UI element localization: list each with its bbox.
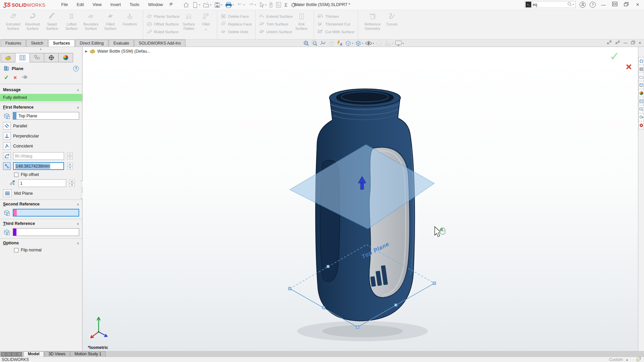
pin-menu-icon[interactable]: [169, 2, 173, 8]
units-selector[interactable]: Custom ▲: [609, 357, 629, 362]
tab-scroll-prev-button[interactable]: ‹: [6, 352, 11, 357]
menu-window[interactable]: Window: [144, 0, 167, 10]
ruled-surface-button[interactable]: Ruled Surface: [147, 28, 179, 35]
undo-button[interactable]: ▾: [236, 1, 246, 9]
delete-face-button[interactable]: Delete Face: [221, 13, 252, 20]
view-orientation-button[interactable]: ▾: [345, 40, 353, 47]
ok-button[interactable]: ✓: [4, 74, 9, 81]
options-section-header[interactable]: Options ∧: [0, 238, 82, 246]
fillet-flyout-caret-icon[interactable]: ▾: [205, 28, 207, 31]
zoom-to-area-button[interactable]: [311, 40, 318, 47]
save-button[interactable]: ▾: [213, 1, 223, 9]
perpendicular-row[interactable]: Perpendicular: [0, 131, 82, 141]
apply-scene-button[interactable]: ▾: [384, 40, 393, 47]
reference-geometry-button[interactable]: Reference Geometry: [362, 13, 383, 31]
tab-scroll-first-button[interactable]: «: [1, 352, 6, 357]
minimize-button[interactable]: —: [600, 2, 607, 7]
hide-show-items-button[interactable]: ▾: [365, 40, 374, 47]
panel-drag-handle[interactable]: ●: [0, 47, 82, 52]
collapse-chevron-icon[interactable]: ∧: [77, 222, 79, 226]
tab-direct-editing[interactable]: Direct Editing: [75, 40, 108, 47]
collapse-chevron-icon[interactable]: ∧: [77, 106, 79, 109]
tab-motion-study-1[interactable]: Motion Study 1: [70, 351, 106, 357]
fillet-button[interactable]: Fillet▾: [199, 13, 213, 31]
taskpane-cam-icon[interactable]: [638, 121, 644, 129]
display-style-button[interactable]: ▾: [355, 40, 363, 47]
second-reference-section-header[interactable]: Second Reference ∧: [0, 199, 82, 207]
tab-3d-views[interactable]: 3D Views: [44, 351, 70, 357]
confirmation-cancel-icon[interactable]: ×: [626, 61, 632, 72]
third-reference-selection-box[interactable]: [13, 228, 79, 236]
tree-expand-icon[interactable]: ▶: [85, 50, 88, 53]
taskpane-design-library-icon[interactable]: [638, 65, 644, 73]
extend-surface-button[interactable]: Extend Surface: [259, 13, 293, 20]
taskpane-data-sources-icon[interactable]: [638, 113, 644, 121]
search-icon[interactable]: [567, 2, 572, 7]
flip-normal-checkbox[interactable]: [14, 248, 18, 252]
tab-evaluate[interactable]: Evaluate: [109, 40, 134, 47]
model-close-icon[interactable]: ×: [639, 40, 641, 46]
tab-dimxpertmanager[interactable]: [44, 53, 59, 62]
third-reference-section-header[interactable]: Third Reference ∧: [0, 219, 82, 227]
tab-surfaces[interactable]: Surfaces: [48, 40, 75, 47]
angle-spinner[interactable]: ▲▼: [67, 153, 73, 160]
cancel-button[interactable]: ×: [13, 74, 17, 81]
menu-insert[interactable]: Insert: [106, 0, 125, 10]
untrim-surface-button[interactable]: Untrim Surface: [259, 28, 293, 35]
collapse-chevron-icon[interactable]: ∧: [77, 241, 79, 245]
taskpane-view-palette-icon[interactable]: [638, 81, 644, 89]
menu-edit[interactable]: Edit: [72, 0, 89, 10]
freeform-button[interactable]: Freeform: [120, 13, 139, 26]
filled-surface-button[interactable]: Filled Surface: [101, 13, 120, 31]
knit-surface-button[interactable]: Knit Surface: [293, 13, 310, 31]
tab-features[interactable]: Features: [1, 40, 26, 47]
taskpane-custom-properties-icon[interactable]: [638, 97, 644, 105]
cut-with-surface-button[interactable]: Cut With Surface: [317, 28, 355, 35]
tab-scroll-last-button[interactable]: »: [17, 352, 22, 357]
thickened-cut-button[interactable]: Thickened Cut: [317, 21, 355, 27]
edit-appearance-button[interactable]: [376, 40, 382, 47]
new-document-button[interactable]: ▾: [191, 1, 201, 9]
keep-visible-pin-icon[interactable]: [21, 75, 28, 80]
section-view-button[interactable]: [328, 40, 335, 47]
plane-count-field[interactable]: 1: [18, 179, 66, 187]
tab-solidworks-add-ins[interactable]: SOLIDWORKS Add-Ins: [134, 40, 185, 47]
first-reference-section-header[interactable]: First Reference ∧: [0, 103, 82, 111]
options-button[interactable]: ▾: [289, 1, 300, 9]
previous-view-button[interactable]: [320, 40, 326, 47]
zoom-to-fit-button[interactable]: [303, 40, 310, 47]
touch-mode-button[interactable]: [268, 1, 274, 9]
search-box[interactable]: >_ eq ▾: [525, 1, 576, 8]
feature-tree-root[interactable]: ▶ Water Bottle (SSM) (Defau...: [85, 49, 151, 54]
extruded-surface-button[interactable]: Extruded Surface: [4, 13, 22, 31]
taskpane-home-icon[interactable]: [638, 57, 644, 65]
equations-button[interactable]: Σ: [283, 1, 288, 8]
mid-plane-row[interactable]: Mid Plane: [0, 188, 82, 198]
pm-help-icon[interactable]: ?: [73, 66, 79, 71]
tab-featuremanager-tree[interactable]: [1, 53, 15, 62]
plane-count-spinner[interactable]: ▲▼: [69, 180, 75, 187]
collapse-chevron-icon[interactable]: ∧: [77, 202, 79, 206]
print-button[interactable]: ▾: [224, 1, 235, 9]
coincident-row[interactable]: Coincident: [0, 141, 82, 151]
taskpane-appearances-icon[interactable]: [638, 89, 644, 97]
tab-sketch[interactable]: Sketch: [26, 40, 48, 47]
distance-field[interactable]: 148.38174238mm: [13, 162, 64, 170]
revolved-surface-button[interactable]: Revolved Surface: [23, 13, 42, 31]
swept-surface-button[interactable]: Swept Surface: [43, 13, 61, 31]
distance-spinner[interactable]: ▲▼: [67, 163, 73, 170]
close-button[interactable]: ×: [634, 2, 641, 8]
model-restore-icon[interactable]: [631, 41, 635, 46]
taskpane-file-explorer-icon[interactable]: [638, 73, 644, 81]
boundary-surface-button[interactable]: Boundary Surface: [82, 13, 100, 31]
home-button[interactable]: [182, 1, 190, 9]
message-section-header[interactable]: Message ∧: [0, 85, 82, 93]
tab-scroll-next-button[interactable]: ›: [11, 352, 17, 357]
select-tool-button[interactable]: ▾: [258, 1, 267, 8]
tab-displaymanager[interactable]: [58, 53, 73, 62]
login-icon[interactable]: [580, 2, 586, 8]
surface-flatten-button[interactable]: Surface Flatten: [180, 13, 198, 31]
undock-pane-icon[interactable]: [607, 40, 612, 46]
replace-face-button[interactable]: Replace Face: [221, 21, 252, 27]
redo-button[interactable]: ▾: [247, 1, 257, 9]
